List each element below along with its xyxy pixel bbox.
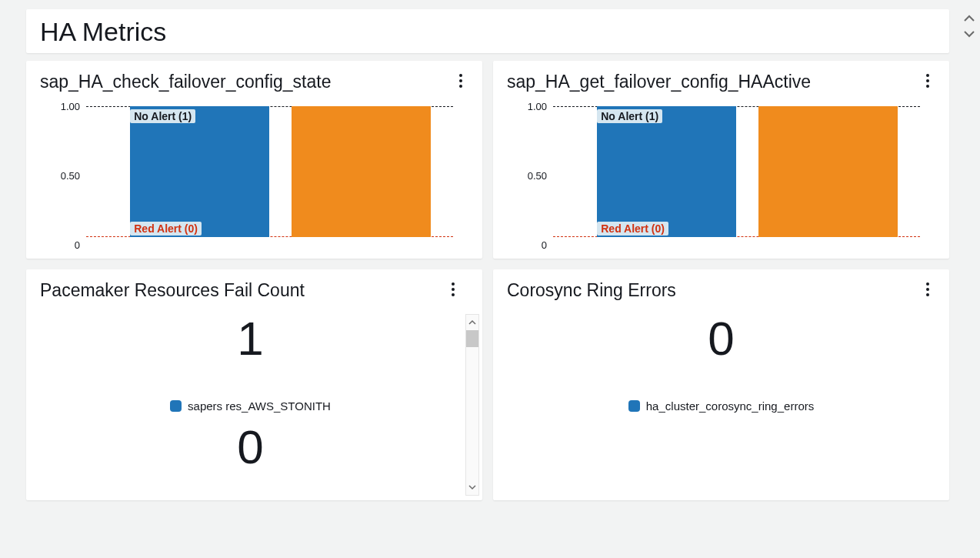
widget-menu-button[interactable]: [920, 280, 935, 299]
bar-chart: 1.00 0.50 0 No Alert (1) Red Alert (0): [507, 106, 935, 245]
bar-chart: 1.00 0.50 0 No Alert (1) Red Alert (0): [40, 106, 468, 245]
bar-series-b: [292, 106, 431, 237]
bar-series-b: [758, 106, 898, 237]
metric-value-secondary: 0: [40, 423, 461, 471]
bar-series-a: [130, 106, 269, 237]
chevron-down-icon: [963, 29, 975, 38]
annotation-noalert: No Alert (1): [130, 109, 195, 123]
scroll-down-icon[interactable]: [466, 479, 478, 495]
external-scroll-indicator: [963, 14, 975, 38]
widget-title: sap_HA_get_failover_config_HAActive: [507, 72, 811, 92]
legend-label: ha_cluster_corosync_ring_errors: [646, 399, 814, 413]
y-tick-label: 0: [75, 239, 80, 251]
section-title: HA Metrics: [40, 17, 935, 47]
widget-title: Pacemaker Resources Fail Count: [40, 280, 305, 301]
scroll-up-icon[interactable]: [466, 315, 478, 330]
scroll-thumb[interactable]: [466, 330, 478, 347]
y-tick-label: 0.50: [61, 170, 80, 182]
widget-failover-config-state: sap_HA_check_failover_config_state 1.00 …: [26, 61, 482, 259]
widget-menu-button[interactable]: [445, 280, 461, 299]
widget-title: sap_HA_check_failover_config_state: [40, 72, 331, 92]
annotation-redalert: Red Alert (0): [130, 222, 202, 236]
legend: sapers res_AWS_STONITH: [40, 399, 461, 413]
y-tick-label: 1.00: [528, 101, 547, 112]
annotation-redalert: Red Alert (0): [597, 222, 668, 236]
widget-scrollbar[interactable]: [465, 314, 479, 496]
y-tick-label: 0: [542, 239, 547, 251]
chevron-up-icon: [963, 14, 975, 23]
widget-corosync-ring-errors: Corosync Ring Errors 0 ha_cluster_corosy…: [493, 269, 949, 500]
widget-failover-haactive: sap_HA_get_failover_config_HAActive 1.00…: [493, 61, 949, 259]
legend: ha_cluster_corosync_ring_errors: [507, 399, 935, 413]
widget-pacemaker-failcount: Pacemaker Resources Fail Count 1 sapers …: [26, 269, 482, 500]
legend-swatch-icon: [170, 400, 182, 412]
widget-menu-button[interactable]: [920, 72, 935, 90]
y-tick-label: 0.50: [528, 170, 547, 182]
legend-label: sapers res_AWS_STONITH: [188, 399, 331, 413]
widget-title: Corosync Ring Errors: [507, 280, 676, 301]
legend-swatch-icon: [628, 400, 640, 412]
annotation-noalert: No Alert (1): [597, 109, 662, 123]
metric-value: 1: [40, 315, 461, 363]
widget-menu-button[interactable]: [453, 72, 468, 90]
metric-value: 0: [507, 315, 935, 363]
section-header: HA Metrics: [26, 9, 949, 53]
y-tick-label: 1.00: [61, 101, 80, 112]
bar-series-a: [597, 106, 736, 237]
